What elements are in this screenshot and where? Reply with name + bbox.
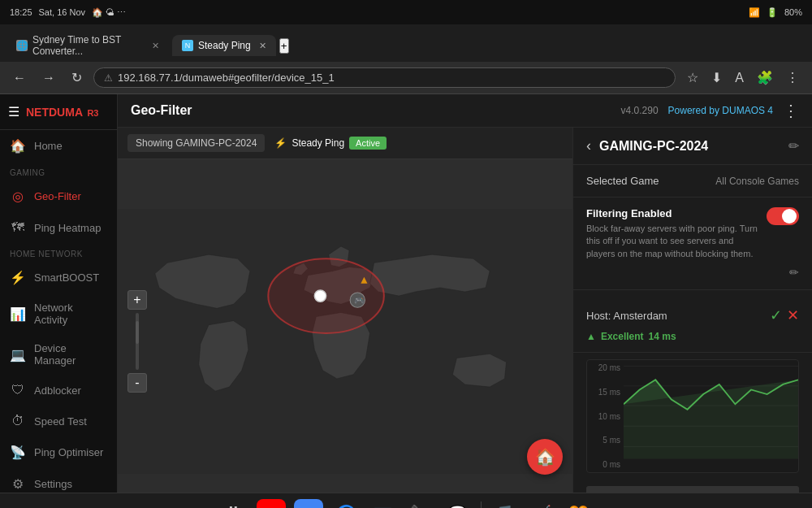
sidebar-item-adblocker-label: Adblocker: [34, 384, 81, 397]
zoom-in-button[interactable]: +: [127, 290, 147, 310]
selected-game-label: Selected Game: [586, 175, 659, 187]
steady-ping-label: Steady Ping: [292, 137, 344, 149]
svg-point-2: [314, 290, 326, 302]
app-logo: NETDUMA R3: [26, 106, 98, 119]
sidebar-item-settings[interactable]: ⚙ Settings: [0, 468, 117, 493]
reload-button[interactable]: ↻: [67, 67, 87, 89]
filtering-row: Filtering Enabled Block far-away servers…: [586, 207, 799, 260]
translate-button[interactable]: A: [730, 67, 749, 89]
menu-button[interactable]: ⋮: [781, 67, 804, 89]
sidebar-item-network-activity[interactable]: 📊 Network Activity: [0, 293, 117, 334]
host-section: Host: Amsterdam ✓ ✕ ▲ Excellent 14 ms: [573, 290, 812, 353]
bookmark-button[interactable]: ☆: [682, 67, 703, 89]
device-manager-icon: 💻: [10, 347, 26, 363]
sidebar-item-smartboost[interactable]: ⚡ SmartBOOST: [0, 262, 117, 293]
page-title: Geo-Filter: [131, 103, 192, 118]
sidebar-item-adblocker[interactable]: 🛡 Adblocker: [0, 375, 117, 406]
map-home-button[interactable]: 🏠: [527, 439, 563, 475]
svg-marker-11: [624, 380, 798, 458]
dock-viber-icon[interactable]: 📞: [406, 499, 435, 509]
sidebar-item-speed-test[interactable]: ⏱ Speed Test: [0, 406, 117, 436]
address-bar[interactable]: ⚠ 192.168.77.1/dumaweb#geofilter/device_…: [93, 67, 676, 88]
toolbar-actions: ☆ ⬇ A 🧩 ⋮: [682, 67, 804, 89]
sidebar-item-home[interactable]: 🏠 Home: [0, 130, 117, 162]
battery-icon: 🔋: [767, 7, 778, 18]
browser-tab-2[interactable]: N Steady Ping ✕: [172, 35, 276, 56]
security-icon: ⚠: [104, 72, 113, 84]
sidebar: ☰ NETDUMA R3 🏠 Home Gaming ◎ Geo-Filter …: [0, 94, 118, 493]
dock-youtube-icon[interactable]: ▶: [257, 499, 286, 509]
chart-y-15: 15 ms: [587, 388, 620, 397]
selected-game-row: Selected Game All Console Games: [586, 175, 799, 187]
zoom-controls: + -: [127, 290, 147, 393]
host-row: Host: Amsterdam ✓ ✕: [586, 300, 799, 331]
dock-shop-icon[interactable]: 🛒: [527, 499, 556, 509]
system-bar: 18:25 Sat, 16 Nov 🏠 🌤 ⋯ 📶 🔋 80%: [0, 0, 812, 24]
zoom-out-button[interactable]: -: [127, 373, 147, 393]
tab-close-2[interactable]: ✕: [259, 41, 266, 51]
edit-filtering-icon[interactable]: ✏: [789, 266, 799, 279]
steady-ping-badge: ⚡ Steady Ping Active: [274, 137, 387, 150]
status-bar-left: 18:25 Sat, 16 Nov 🏠 🌤 ⋯: [10, 7, 126, 18]
filtering-description: Block far-away servers with poor ping. T…: [586, 223, 760, 260]
tab-favicon-1: 🌐: [16, 40, 28, 51]
sidebar-item-smartboost-label: SmartBOOST: [34, 271, 99, 284]
reject-host-button[interactable]: ✕: [787, 306, 799, 324]
forward-button[interactable]: →: [37, 67, 60, 89]
map-header: Showing GAMING-PC-2024 ⚡ Steady Ping Act…: [118, 128, 572, 159]
sidebar-item-geo-filter[interactable]: ◎ Geo-Filter: [0, 180, 117, 212]
back-button[interactable]: ←: [8, 67, 31, 89]
app-more-button[interactable]: ⋮: [783, 101, 799, 120]
ping-quality-indicator: ▲: [586, 331, 596, 342]
edit-device-button[interactable]: ✏: [788, 138, 799, 154]
dock-music-icon[interactable]: 🎵: [490, 499, 519, 509]
chart-y-20: 20 ms: [587, 363, 620, 372]
extensions-button[interactable]: 🧩: [752, 67, 778, 89]
dock-whatsapp-icon[interactable]: 💬: [443, 499, 473, 509]
filtering-toggle[interactable]: [767, 207, 799, 225]
dock-apps-icon[interactable]: ⠿: [219, 499, 248, 509]
not-stabilised-status: Not Stabilised: [586, 486, 799, 493]
sidebar-item-ping-optimiser-label: Ping Optimiser: [34, 446, 103, 458]
ping-optimiser-icon: 📡: [10, 445, 26, 460]
network-activity-icon: 📊: [10, 306, 26, 322]
chart-y-10: 10 ms: [587, 412, 620, 421]
world-map-svg: 🎮: [118, 159, 572, 493]
download-button[interactable]: ⬇: [706, 67, 727, 89]
dock-chrome-icon[interactable]: ●: [294, 499, 323, 509]
accept-host-button[interactable]: ✓: [770, 306, 782, 324]
sidebar-navigation: 🏠 Home Gaming ◎ Geo-Filter 🗺 Ping Heatma…: [0, 130, 117, 493]
map-panel: Showing GAMING-PC-2024 ⚡ Steady Ping Act…: [118, 128, 812, 493]
settings-icon: ⚙: [10, 476, 26, 492]
device-title: GAMING-PC-2024: [599, 139, 708, 154]
dock-outlook-icon[interactable]: 📧: [369, 499, 398, 509]
sidebar-item-ping-optimiser[interactable]: 📡 Ping Optimiser: [0, 436, 117, 468]
tab-close-1[interactable]: ✕: [152, 41, 159, 51]
new-tab-button[interactable]: +: [279, 38, 289, 54]
browser-tab-1[interactable]: 🌐 Sydney Time to BST Converter... ✕: [6, 29, 169, 62]
dock-app-icon[interactable]: 🧡: [564, 499, 594, 509]
dock-divider: [481, 501, 482, 509]
toggle-slider: [767, 207, 799, 225]
main-content: Geo-Filter v4.0.290 Powered by DUMAOS 4 …: [118, 94, 812, 493]
ping-ms-value: 14 ms: [649, 331, 676, 342]
map-area[interactable]: 🎮 + - 🏠: [118, 159, 572, 493]
sidebar-item-ping-heatmap[interactable]: 🗺 Ping Heatmap: [0, 212, 117, 243]
panel-back-button[interactable]: ‹: [586, 137, 591, 154]
dock-app3-icon[interactable]: 🌀: [331, 499, 361, 509]
home-network-section-label: Home Network: [0, 243, 117, 262]
sidebar-item-device-manager[interactable]: 💻 Device Manager: [0, 334, 117, 375]
notification-icons: 🏠 🌤 ⋯: [92, 7, 126, 18]
selected-game-value[interactable]: All Console Games: [715, 176, 799, 187]
sidebar-item-geo-filter-label: Geo-Filter: [34, 190, 81, 202]
tab-label-2: Steady Ping: [198, 40, 251, 51]
chart-svg: [624, 360, 798, 459]
home-icon: 🏠: [10, 138, 26, 154]
os-name: DUMAOS 4: [722, 105, 773, 116]
showing-device-label: Showing GAMING-PC-2024: [127, 134, 265, 152]
ping-heatmap-icon: 🗺: [10, 220, 26, 235]
adblocker-icon: 🛡: [10, 383, 26, 397]
time-display: 18:25: [10, 7, 32, 17]
hamburger-menu-icon[interactable]: ☰: [8, 104, 19, 119]
gaming-section-label: Gaming: [0, 162, 117, 180]
